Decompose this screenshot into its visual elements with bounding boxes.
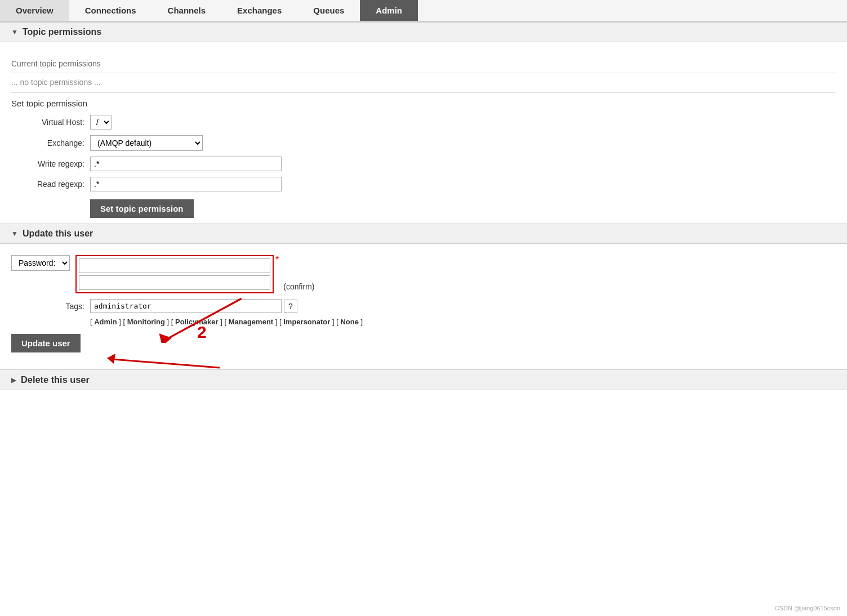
read-regexp-row: Read regexp: [11,177,836,191]
required-asterisk: * [275,255,279,265]
password-fields-container [75,255,274,293]
virtual-host-row: Virtual Host: / [11,115,836,130]
tag-link-monitoring[interactable]: Monitoring [127,318,165,326]
virtual-host-select[interactable]: / [90,115,112,130]
update-user-title: Update this user [23,229,93,239]
update-user-body: Password: * (confirm) Tags: ? [ Admin [11,249,836,358]
annotation-number-2: 2 [197,323,207,342]
collapse-arrow-update-icon[interactable]: ▼ [11,230,18,238]
tab-overview[interactable]: Overview [0,0,69,21]
read-regexp-label: Read regexp: [11,180,84,189]
tags-input[interactable] [90,299,282,313]
tab-connections[interactable]: Connections [69,0,152,21]
tags-row: Tags: ? [11,299,836,313]
tag-links-sep-3: ] [ [220,318,228,326]
topic-permissions-body: Current topic permissions ... no topic p… [11,48,836,224]
tags-label: Tags: [11,302,84,311]
update-user-header: ▼ Update this user [0,224,847,244]
update-button-row: Update user 2 [11,334,836,352]
delete-user-header: ▶ Delete this user [0,369,847,390]
current-permissions-label: Current topic permissions [11,59,836,68]
tab-queues[interactable]: Queues [297,0,360,21]
password-type-select[interactable]: Password: [11,255,70,271]
write-regexp-input[interactable] [90,157,282,171]
exchange-label: Exchange: [11,139,84,148]
password-select-wrap: Password: [11,255,70,271]
main-content: ▼ Topic permissions Current topic permis… [0,22,847,401]
no-permissions-text: ... no topic permissions ... [11,78,836,87]
confirm-label: (confirm) [283,282,314,293]
topic-permissions-section: ▼ Topic permissions Current topic permis… [11,22,836,224]
collapse-arrow-icon[interactable]: ▼ [11,28,18,36]
nav-tabs: Overview Connections Channels Exchanges … [0,0,847,22]
annotation-arrow-2 [101,328,225,373]
tag-links-sep-5: ] [ [332,318,340,326]
tag-links-bracket-close: ] [361,318,363,326]
tag-link-admin[interactable]: Admin [94,318,117,326]
set-topic-permission-button[interactable]: Set topic permission [90,199,194,218]
delete-user-title: Delete this user [21,374,90,385]
update-user-button[interactable]: Update user [11,334,81,352]
password-row: Password: * (confirm) [11,255,836,293]
exchange-select[interactable]: (AMQP default) amq.direct amq.fanout amq… [90,135,203,151]
tab-exchanges[interactable]: Exchanges [221,0,297,21]
topic-permissions-title: Topic permissions [23,27,101,37]
svg-line-2 [113,359,220,368]
set-topic-label: Set topic permission [11,99,836,108]
tab-channels[interactable]: Channels [152,0,222,21]
tag-links-sep-2: ] [ [167,318,175,326]
virtual-host-label: Virtual Host: [11,118,84,127]
write-regexp-row: Write regexp: [11,157,836,171]
tag-link-impersonator[interactable]: Impersonator [283,318,330,326]
password-input[interactable] [79,258,270,273]
tag-link-management[interactable]: Management [229,318,273,326]
read-regexp-input[interactable] [90,177,282,191]
update-user-section: ▼ Update this user Password: * (confirm) [11,224,836,358]
tag-link-none[interactable]: None [340,318,359,326]
set-permission-button-row: Set topic permission [90,199,836,218]
expand-arrow-delete-icon[interactable]: ▶ [11,376,16,384]
svg-marker-3 [107,354,115,364]
write-regexp-label: Write regexp: [11,159,84,168]
password-confirm-input[interactable] [79,275,270,290]
tag-links-sep-1: ] [ [119,318,127,326]
tag-links-sep-4: ] [ [275,318,283,326]
tags-help-button[interactable]: ? [284,300,297,313]
exchange-row: Exchange: (AMQP default) amq.direct amq.… [11,135,836,151]
tab-admin[interactable]: Admin [360,0,418,21]
topic-permissions-header: ▼ Topic permissions [0,22,847,42]
